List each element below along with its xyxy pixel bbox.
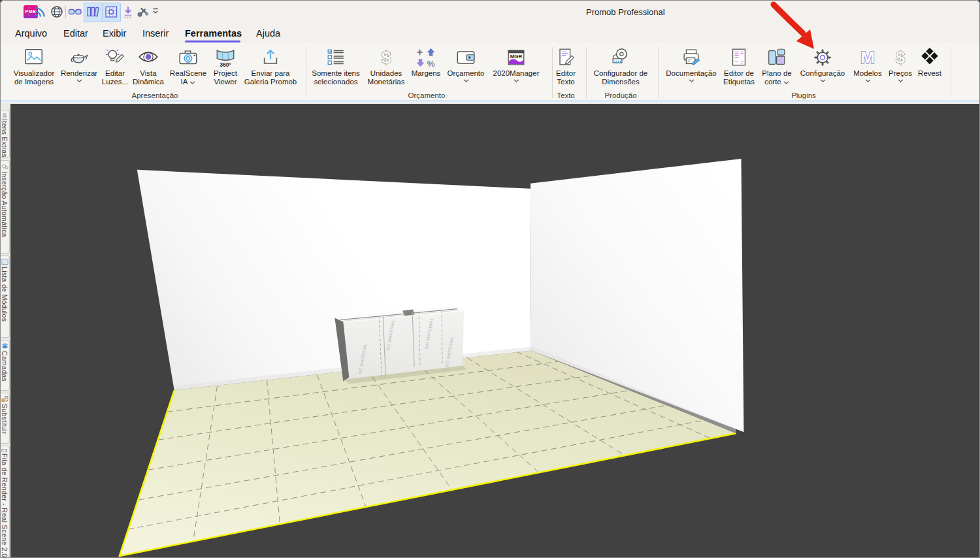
button-orcamento[interactable]: Orçamento bbox=[441, 46, 491, 99]
group-divider bbox=[658, 47, 659, 98]
dropdown-chevron-icon bbox=[463, 79, 469, 82]
render-teapot-icon bbox=[68, 46, 90, 69]
menu-arquivo[interactable]: Arquivo bbox=[15, 28, 47, 39]
panorama-360-icon: 360° bbox=[214, 46, 237, 69]
button-modelos[interactable]: M Modelos bbox=[847, 46, 888, 99]
menu-exibir[interactable]: Exibir bbox=[103, 28, 126, 39]
dropdown-chevron-icon bbox=[865, 79, 871, 82]
auto-insert-icon bbox=[1, 163, 8, 170]
svg-text:M: M bbox=[860, 48, 875, 67]
sidebar-tab-fila-de-render[interactable]: Fila de Render - Real Scene 2.0 bbox=[0, 446, 10, 558]
render-grid-icon bbox=[105, 5, 118, 19]
budget-wallet-icon bbox=[455, 46, 477, 69]
button-documentacao[interactable]: Documentação bbox=[660, 46, 723, 99]
button-2020manager[interactable]: MGR 2020Manager bbox=[486, 46, 546, 99]
svg-text:360°: 360° bbox=[220, 61, 231, 68]
image-viewer-icon bbox=[23, 46, 45, 69]
left-panel-strip: Itens Extras Inserção Automática Lista d… bbox=[0, 103, 10, 558]
tools-icon[interactable] bbox=[136, 5, 150, 19]
download-icon[interactable] bbox=[122, 5, 135, 19]
dropdown-chevron-icon bbox=[898, 79, 904, 82]
models-m-icon: M bbox=[857, 46, 879, 69]
cut-plan-icon bbox=[766, 46, 788, 69]
glasses-icon[interactable] bbox=[68, 5, 82, 19]
group-label-plugins: Plugins bbox=[791, 91, 816, 99]
sidebar-tab-camadas[interactable]: Camadas bbox=[0, 340, 10, 391]
tape-measure-icon bbox=[610, 46, 632, 69]
text-editor-icon bbox=[555, 46, 577, 69]
wall-panels-icon bbox=[86, 5, 100, 19]
window-title: Promob Professional bbox=[586, 7, 665, 17]
dropdown-chevron-icon bbox=[189, 81, 195, 84]
toolbar-overflow-icon[interactable] bbox=[151, 7, 160, 18]
dropdown-chevron-icon bbox=[76, 79, 82, 82]
group-label-producao: Produção bbox=[604, 91, 636, 99]
wall-panels-button[interactable] bbox=[84, 3, 103, 22]
group-label-apresentacao: Apresentação bbox=[132, 91, 178, 99]
dropdown-chevron-icon bbox=[783, 81, 789, 84]
menu-bar: Arquivo Editar Exibir Inserir Ferramenta… bbox=[0, 25, 980, 43]
upload-gallery-icon bbox=[259, 46, 282, 69]
selected-items-checklist-icon bbox=[325, 46, 347, 69]
button-unidades-monetarias[interactable]: $ UnidadesMonetárias bbox=[361, 46, 412, 99]
mgr-window-icon: MGR bbox=[505, 46, 527, 69]
layers-icon bbox=[1, 342, 8, 350]
rss-icon[interactable] bbox=[33, 5, 47, 19]
documentation-printer-icon bbox=[680, 46, 702, 69]
button-enviar-galeria-promob[interactable]: Enviar paraGaleria Promob bbox=[237, 46, 304, 99]
globe-icon[interactable] bbox=[50, 5, 64, 19]
active-menu-underline bbox=[185, 41, 240, 42]
replace-icon bbox=[1, 395, 8, 402]
button-somente-itens-selecionados[interactable]: Somente itensselecionados bbox=[304, 46, 367, 99]
revest-diamonds-icon bbox=[919, 46, 941, 69]
settings-gear-icon bbox=[811, 46, 834, 69]
render-grid-button[interactable] bbox=[102, 3, 121, 22]
margins-arrows-icon: % bbox=[415, 46, 437, 69]
menu-ajuda[interactable]: Ajuda bbox=[256, 28, 280, 39]
sidebar-tab-substituir[interactable]: Substituir bbox=[0, 393, 10, 444]
edit-lights-icon bbox=[104, 46, 126, 69]
menu-inserir[interactable]: Inserir bbox=[142, 28, 169, 39]
dropdown-chevron-icon bbox=[689, 79, 694, 82]
dropdown-chevron-icon bbox=[820, 79, 826, 82]
paperclip-icon bbox=[1, 112, 8, 118]
sidebar-tab-lista-de-modulos[interactable]: Lista de Módulos bbox=[0, 255, 10, 338]
sidebar-tab-itens-extras[interactable]: Itens Extras bbox=[0, 110, 10, 158]
module-list-icon bbox=[1, 258, 8, 265]
group-label-texto: Texto bbox=[557, 91, 575, 99]
toolbar-separator bbox=[65, 6, 66, 18]
app-window: PMB bbox=[0, 0, 980, 558]
3d-viewport[interactable]: NO MATERIAL NO MATERIAL NO MATERIAL NO M… bbox=[10, 103, 980, 558]
svg-text:$: $ bbox=[896, 48, 905, 67]
dropdown-chevron-icon bbox=[514, 79, 519, 82]
drag-handle-icon bbox=[26, 5, 31, 19]
button-editor-de-etiquetas[interactable]: Editor deEtiquetas bbox=[717, 46, 761, 99]
dynamic-view-eye-icon bbox=[137, 46, 159, 69]
svg-text:%: % bbox=[427, 59, 435, 69]
ribbon-toolbar: Visualizadorde Imagens Renderizar Editar… bbox=[0, 43, 980, 100]
group-label-orcamento: Orçamento bbox=[408, 91, 446, 99]
currency-units-dollar-icon: $ bbox=[375, 46, 397, 69]
realscene-camera-icon bbox=[177, 46, 199, 69]
menu-editar[interactable]: Editar bbox=[63, 28, 88, 39]
sidebar-tab-insercao-automatica[interactable]: Inserção Automática bbox=[0, 160, 10, 254]
svg-text:MGR: MGR bbox=[510, 54, 523, 59]
button-renderizar[interactable]: Renderizar bbox=[56, 46, 102, 99]
button-revest[interactable]: Revest bbox=[912, 46, 947, 99]
title-bar: PMB bbox=[0, 0, 980, 25]
prices-dollar-icon: $ bbox=[889, 46, 911, 69]
render-queue-icon bbox=[1, 448, 8, 452]
svg-text:$: $ bbox=[382, 48, 391, 67]
button-visualizador-de-imagens[interactable]: Visualizadorde Imagens bbox=[4, 46, 64, 99]
group-divider bbox=[951, 47, 951, 98]
menu-ferramentas[interactable]: Ferramentas bbox=[185, 28, 242, 39]
label-editor-icon bbox=[728, 46, 750, 69]
